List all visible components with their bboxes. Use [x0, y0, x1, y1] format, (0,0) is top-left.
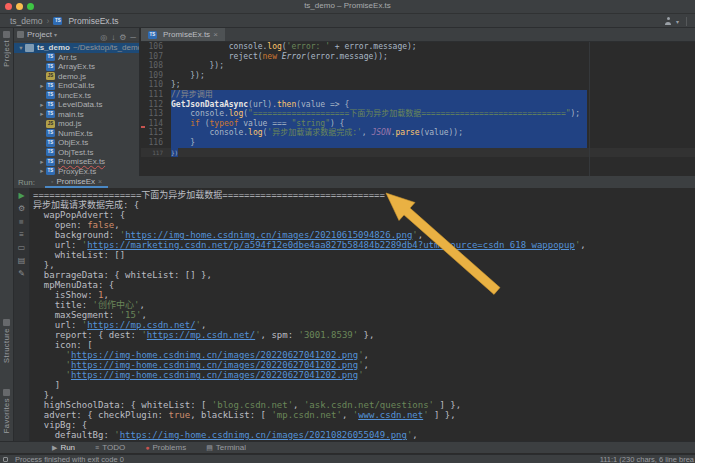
console-link[interactable]: https://marketing.csdn.net/p/a594f12e0db… [87, 240, 575, 250]
tree-item[interactable]: ▸TSObjTest.ts [14, 148, 139, 158]
tree-item[interactable]: ▸TSfuncEx.ts [14, 91, 139, 101]
close-run-tab-icon[interactable]: × [98, 178, 102, 185]
tool-problems[interactable]: ●Problems [145, 443, 186, 452]
code-token: highSchoolData: { whiteList: [ [33, 400, 212, 410]
console-line: barrageData: { whiteList: [] }, [33, 270, 695, 280]
project-panel-header: Project ▾ ◎↓⚙─ [14, 28, 139, 42]
scroll-to-end-icon[interactable]: ▤ [18, 256, 26, 265]
run-panel: Run: ◦ PromiseEx × ▶⚙■≡▭▤✎ =============… [14, 176, 695, 441]
console-link[interactable]: https://img-home.csdnimg.cn/images/20220… [71, 360, 358, 370]
code-token: }, [358, 330, 374, 340]
code-token: report: { dest: [33, 330, 141, 340]
code-token: , [201, 320, 206, 330]
code-token: 'mp.csdn.net' [271, 410, 341, 420]
console-line: ] [33, 380, 695, 390]
code-token: defaultBg: [33, 430, 114, 440]
js-file-icon: JS [46, 120, 55, 128]
chevron-collapsed-icon[interactable]: ▸ [38, 158, 46, 166]
chevron-collapsed-icon[interactable]: ▸ [38, 101, 46, 109]
tree-item[interactable]: ▸JSmod.js [14, 119, 139, 129]
status-message: Process finished with exit code 0 [15, 455, 124, 463]
console-line: 异步加载请求数据完成: { [33, 200, 695, 210]
console-line: advert: { checkPlugin: true, blackList: … [33, 410, 695, 420]
edit-source-icon[interactable]: ✎ [18, 269, 25, 278]
code-token: , [362, 128, 372, 137]
tree-item[interactable]: ▸TSPromiseEx.ts [14, 157, 139, 167]
clear-all-icon[interactable]: ▭ [18, 243, 26, 252]
code-token: + error.message); [330, 42, 417, 51]
tool-todo[interactable]: ≡TODO [95, 443, 125, 452]
ts-file-icon: TS [46, 158, 55, 166]
console-link[interactable]: https://img-home.csdnimg.cn/images/20220… [71, 370, 358, 380]
user-profile-icon[interactable] [664, 17, 673, 25]
tree-item[interactable]: ▸TSEndCall.ts [14, 81, 139, 91]
code-token: , [342, 410, 353, 420]
code-token: value === [238, 119, 291, 128]
code-line: 111//异步调用 [141, 90, 695, 100]
code-token [33, 350, 66, 360]
code-token: ) { [330, 119, 344, 128]
console-link[interactable]: https://img-home.csdnimg.cn/images/20220… [71, 350, 358, 360]
console-link[interactable]: https://mp.csdn.net/ [147, 330, 255, 340]
project-panel-title[interactable]: Project [27, 30, 52, 39]
tree-item[interactable]: ▸TSLevelData.ts [14, 100, 139, 110]
editor-tab-promiseex[interactable]: TS PromiseEx.ts × [141, 28, 225, 41]
tree-root-item[interactable]: ▾ ts_demo ~/Desktop/ts_demo [14, 43, 139, 53]
code-token: false [87, 220, 114, 230]
code-editor[interactable]: 106 console.log('error: ' + error.messag… [141, 42, 695, 176]
code-token: log [229, 109, 243, 118]
rerun-icon[interactable]: ▶ [18, 191, 24, 200]
code-token: , [139, 300, 144, 310]
code-token: , [364, 360, 369, 370]
breadcrumb-project[interactable]: ts_demo [10, 16, 43, 26]
tree-item[interactable]: ▸TSObjEx.ts [14, 138, 139, 148]
console-link[interactable]: https://img-home.csdnimg.cn/images/20210… [120, 430, 407, 440]
close-tab-icon[interactable]: × [213, 30, 218, 39]
run-tab-promiseex[interactable]: ◦ PromiseEx × [45, 176, 108, 188]
run-label: Run: [18, 178, 35, 187]
stripe-project-button[interactable]: Project [0, 31, 13, 67]
code-token: '异步加载请求数据完成:' [267, 128, 361, 137]
hide-panel-icon[interactable]: ─ [130, 33, 136, 42]
background-tasks-icon[interactable] [3, 457, 8, 462]
tool-run[interactable]: ▶Run [52, 443, 75, 452]
code-token: } [171, 138, 195, 147]
soft-wrap-icon[interactable]: ≡ [19, 230, 24, 239]
tree-item[interactable]: ▸JSdemo.js [14, 72, 139, 82]
console-link[interactable]: www.csdn.net [358, 410, 423, 420]
chevron-down-icon[interactable]: ▾ [676, 18, 679, 25]
caret-position-indicator[interactable]: 111:1 (230 chars, 6 line brea [600, 455, 694, 463]
expand-down-icon[interactable]: ↓ [111, 33, 115, 42]
code-token: whiteList: [] [33, 250, 125, 260]
tree-item[interactable]: ▸TSNumEx.ts [14, 129, 139, 139]
console-link[interactable]: https://mp.csdn.net/ [87, 320, 195, 330]
code-token: typeof [210, 119, 239, 128]
tree-item[interactable]: ▸TSArr.ts [14, 53, 139, 63]
line-number: 110 [141, 80, 171, 90]
title-bar: ts_demo – PromiseEx.ts [0, 0, 695, 14]
run-console-output[interactable]: ====================下面为异步加载数据===========… [30, 188, 695, 441]
window-title: ts_demo – PromiseEx.ts [0, 1, 695, 10]
tool-run-icon: ▶ [52, 444, 57, 452]
console-link[interactable]: https://img-home.csdnimg.cn/images/20210… [125, 230, 412, 240]
breadcrumb-file[interactable]: PromiseEx.ts [68, 16, 118, 26]
chevron-collapsed-icon[interactable]: ▸ [38, 82, 46, 90]
stripe-structure-button[interactable]: Structure [0, 319, 13, 363]
code-token: , [103, 290, 108, 300]
tool-terminal-icon: ▤ [206, 444, 213, 452]
chevron-collapsed-icon[interactable]: ▸ [38, 110, 46, 118]
project-dropdown-caret-icon[interactable]: ▾ [54, 31, 57, 38]
chevron-expanded-icon[interactable]: ▾ [17, 44, 25, 52]
tool-terminal[interactable]: ▤Terminal [206, 443, 246, 452]
chevron-collapsed-icon[interactable]: ▸ [38, 167, 46, 175]
tree-item[interactable]: ▸TSArrayEx.ts [14, 62, 139, 72]
settings-gear-icon[interactable]: ⚙ [119, 33, 126, 42]
settings-wrench-icon[interactable]: ⚙ [18, 204, 25, 213]
code-token: 异步加载请求数据完成: { [33, 200, 139, 210]
console-line: url: 'https://mp.csdn.net/', [33, 320, 695, 330]
locate-file-icon[interactable]: ◎ [100, 33, 107, 42]
stop-icon[interactable]: ■ [19, 217, 24, 226]
tree-item[interactable]: ▸TSProxyEx.ts [14, 167, 139, 177]
stripe-favorites-button[interactable]: Favorites [0, 389, 13, 433]
tree-item[interactable]: ▸TSmain.ts [14, 110, 139, 120]
